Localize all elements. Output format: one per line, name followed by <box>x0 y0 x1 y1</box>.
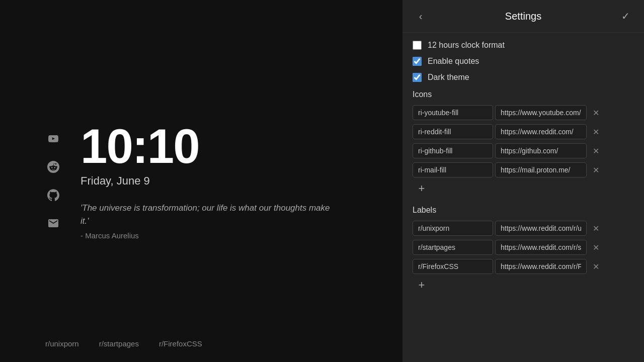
remove-icon-1[interactable]: ✕ <box>590 126 602 138</box>
settings-title: Settings <box>505 11 541 22</box>
bottom-links: r/unixporn r/startpages r/FirefoxCSS <box>45 339 202 348</box>
icon-row-2: ✕ <box>413 143 634 158</box>
link-startpages[interactable]: r/startpages <box>99 339 139 348</box>
icon-url-input-2[interactable] <box>495 143 587 158</box>
icon-row-3: ✕ <box>413 162 634 177</box>
add-icon-button[interactable]: + <box>415 182 429 196</box>
icon-row-0: ✕ <box>413 105 634 120</box>
quote: 'The universe is transformation; our lif… <box>80 202 332 227</box>
label-row-0: ✕ <box>413 221 634 236</box>
icon-row-1: ✕ <box>413 124 634 139</box>
back-button[interactable]: ‹ <box>413 8 429 24</box>
labels-section-title: Labels <box>413 206 634 215</box>
label-row-2: ✕ <box>413 259 634 274</box>
enable-quotes-label: Enable quotes <box>428 57 479 66</box>
enable-quotes-row: Enable quotes <box>413 57 634 66</box>
icon-name-input-1[interactable] <box>413 124 493 139</box>
label-url-input-0[interactable] <box>495 221 587 236</box>
youtube-icon[interactable] <box>45 131 61 147</box>
reddit-icon[interactable] <box>45 159 61 175</box>
icon-name-input-2[interactable] <box>413 143 493 158</box>
add-label-button[interactable]: + <box>415 278 429 292</box>
clock: 10:10 <box>80 122 403 170</box>
mail-icon[interactable] <box>45 215 61 231</box>
remove-icon-0[interactable]: ✕ <box>590 107 602 119</box>
icons-list: ✕ ✕ ✕ ✕ <box>413 105 634 177</box>
label-url-input-2[interactable] <box>495 259 587 274</box>
dark-theme-label: Dark theme <box>428 73 469 82</box>
labels-list: ✕ ✕ ✕ <box>413 221 634 274</box>
confirm-button[interactable]: ✓ <box>618 8 634 24</box>
clock-format-row: 12 hours clock format <box>413 41 634 50</box>
label-name-input-2[interactable] <box>413 259 493 274</box>
remove-icon-2[interactable]: ✕ <box>590 145 602 157</box>
left-panel: 10:10 Friday, June 9 'The universe is tr… <box>0 0 403 362</box>
icon-name-input-0[interactable] <box>413 105 493 120</box>
icons-section-title: Icons <box>413 90 634 99</box>
icon-url-input-0[interactable] <box>495 105 587 120</box>
remove-icon-3[interactable]: ✕ <box>590 164 602 176</box>
label-url-input-1[interactable] <box>495 240 587 255</box>
date: Friday, June 9 <box>80 174 403 188</box>
link-firefoxcss[interactable]: r/FirefoxCSS <box>159 339 202 348</box>
settings-panel: ‹ Settings ✓ 12 hours clock format Enabl… <box>403 0 644 362</box>
icon-bar <box>45 131 61 231</box>
label-name-input-1[interactable] <box>413 240 493 255</box>
quote-author: - Marcus Aurelius <box>80 231 403 240</box>
github-icon[interactable] <box>45 187 61 203</box>
dark-theme-checkbox[interactable] <box>413 73 422 82</box>
dark-theme-row: Dark theme <box>413 73 634 82</box>
enable-quotes-checkbox[interactable] <box>413 57 422 66</box>
link-unixporn[interactable]: r/unixporn <box>45 339 79 348</box>
label-name-input-0[interactable] <box>413 221 493 236</box>
settings-header: ‹ Settings ✓ <box>403 0 644 33</box>
icon-name-input-3[interactable] <box>413 162 493 177</box>
label-row-1: ✕ <box>413 240 634 255</box>
remove-label-1[interactable]: ✕ <box>590 241 602 253</box>
clock-format-label: 12 hours clock format <box>428 41 505 50</box>
icon-url-input-1[interactable] <box>495 124 587 139</box>
icon-url-input-3[interactable] <box>495 162 587 177</box>
settings-body: 12 hours clock format Enable quotes Dark… <box>403 33 644 362</box>
remove-label-2[interactable]: ✕ <box>590 260 602 273</box>
clock-format-checkbox[interactable] <box>413 41 422 50</box>
remove-label-0[interactable]: ✕ <box>590 222 602 234</box>
